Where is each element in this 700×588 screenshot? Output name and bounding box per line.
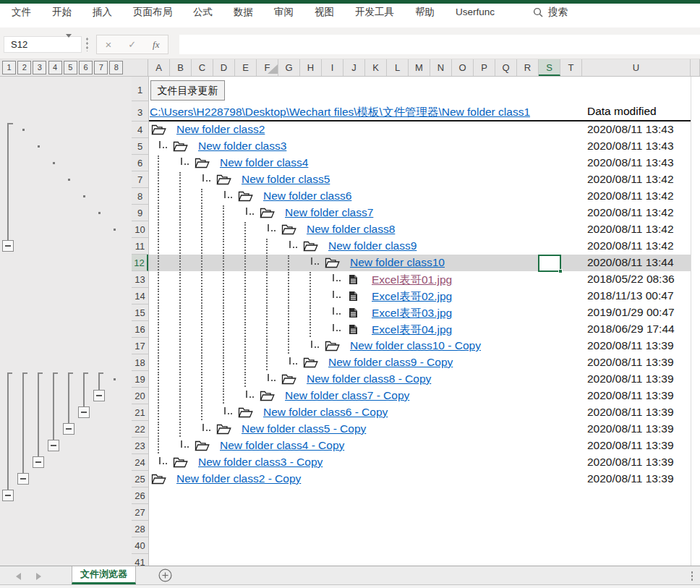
outline-level-button-1[interactable]: 1 [2, 61, 16, 74]
file-link-15[interactable]: Excel表哥03.jpg [372, 306, 452, 321]
folder-link-24[interactable]: New folder class3 - Copy [198, 456, 323, 469]
column-header-I[interactable]: I [322, 59, 343, 76]
ribbon-tab-10[interactable]: 帮助 [415, 6, 435, 19]
search-box[interactable]: 搜索 [533, 6, 568, 19]
ribbon-tab-2[interactable]: 开始 [52, 6, 72, 19]
row-header-13[interactable]: 13 [132, 271, 148, 288]
collapse-group-button[interactable] [48, 440, 59, 451]
row-header-9[interactable]: 9 [132, 205, 148, 221]
folder-link-17[interactable]: New folder class10 - Copy [350, 339, 481, 352]
folder-link-6[interactable]: New folder class4 [220, 156, 308, 169]
column-header-S[interactable]: S [539, 59, 560, 76]
column-header-K[interactable]: K [365, 59, 387, 76]
new-sheet-icon[interactable] [158, 568, 172, 582]
collapse-group-button[interactable] [33, 456, 44, 468]
column-header-J[interactable]: J [343, 59, 365, 76]
collapse-group-button[interactable] [93, 390, 105, 401]
row-header-14[interactable]: 14 [132, 288, 148, 304]
folder-link-8[interactable]: New folder class6 [263, 189, 351, 203]
folder-link-9[interactable]: New folder class7 [285, 206, 373, 219]
folder-link-5[interactable]: New folder class3 [198, 140, 286, 153]
row-header-23[interactable]: 23 [132, 438, 148, 454]
select-all-corner[interactable] [132, 59, 148, 76]
folder-link-10[interactable]: New folder class8 [307, 223, 395, 236]
row-header-8[interactable]: 8 [132, 188, 148, 205]
column-header-F[interactable]: F [257, 59, 278, 76]
row-header-5[interactable]: 5 [132, 138, 148, 155]
ribbon-tab-7[interactable]: 审阅 [274, 6, 294, 19]
file-link-14[interactable]: Excel表哥02.jpg [372, 289, 452, 304]
row-header-6[interactable]: 6 [132, 155, 148, 171]
collapse-group-button[interactable] [63, 423, 74, 435]
row-header-19[interactable]: 19 [132, 371, 148, 388]
column-header-R[interactable]: R [517, 59, 539, 76]
row-header-18[interactable]: 18 [132, 354, 148, 371]
column-header-A[interactable]: A [148, 59, 170, 76]
next-sheet-icon[interactable] [36, 573, 41, 580]
column-header-P[interactable]: P [474, 59, 495, 76]
column-header-C[interactable]: C [192, 59, 213, 76]
row-header-22[interactable]: 22 [132, 421, 148, 438]
row-header-20[interactable]: 20 [132, 388, 148, 404]
enter-icon[interactable]: ✓ [128, 39, 136, 50]
row-header-40[interactable]: 40 [132, 537, 148, 554]
row-header-21[interactable]: 21 [132, 404, 148, 421]
folder-link-20[interactable]: New folder class7 - Copy [285, 389, 409, 402]
column-header-M[interactable]: M [409, 59, 430, 76]
column-header-U[interactable]: U [582, 59, 691, 76]
ribbon-tab-6[interactable]: 数据 [234, 6, 253, 19]
collapse-group-button[interactable] [78, 406, 90, 418]
prev-sheet-icon[interactable] [16, 573, 21, 580]
column-header-T[interactable]: T [560, 59, 582, 76]
folder-link-18[interactable]: New folder class9 - Copy [328, 356, 453, 369]
folder-link-22[interactable]: New folder class5 - Copy [242, 422, 366, 435]
ribbon-tab-1[interactable]: 文件 [12, 6, 31, 19]
collapse-group-button[interactable] [2, 240, 14, 252]
formula-bar-splitter[interactable] [86, 37, 88, 51]
column-header-O[interactable]: O [452, 59, 474, 76]
cancel-icon[interactable]: × [105, 38, 111, 51]
row-header-28[interactable]: 28 [132, 521, 148, 537]
folder-link-23[interactable]: New folder class4 - Copy [220, 439, 344, 452]
outline-level-button-3[interactable]: 3 [33, 61, 46, 74]
folder-link-4[interactable]: New folder class2 [176, 123, 265, 136]
root-path-link[interactable]: C:\Users\H228798\Desktop\Wechart files\模… [150, 105, 530, 120]
ribbon-tab-8[interactable]: 视图 [315, 6, 334, 19]
column-header-N[interactable]: N [430, 59, 452, 76]
row-header-24[interactable]: 24 [132, 454, 148, 471]
name-box-dropdown-icon[interactable] [66, 34, 72, 38]
row-header-7[interactable]: 7 [132, 171, 148, 188]
formula-input[interactable] [179, 35, 700, 54]
ribbon-tab-5[interactable]: 公式 [193, 6, 213, 19]
outline-level-button-5[interactable]: 5 [64, 61, 77, 74]
row-header-15[interactable]: 15 [132, 304, 148, 321]
row-header-26[interactable]: 26 [132, 487, 148, 504]
ribbon-tab-3[interactable]: 插入 [93, 6, 112, 19]
sheet-tab-active[interactable]: 文件浏览器 [72, 566, 136, 584]
folder-link-21[interactable]: New folder class6 - Copy [263, 406, 388, 419]
row-header-17[interactable]: 17 [132, 338, 148, 354]
collapse-group-button[interactable] [2, 490, 14, 501]
ribbon-tab-11[interactable]: Userfunc [456, 7, 495, 17]
outline-level-button-4[interactable]: 4 [48, 61, 62, 74]
selected-cell-outline[interactable] [538, 255, 561, 272]
row-header-11[interactable]: 11 [132, 238, 148, 255]
insert-function-icon[interactable]: fx [153, 39, 159, 51]
column-header-H[interactable]: H [300, 59, 322, 76]
folder-link-7[interactable]: New folder class5 [242, 173, 330, 186]
tabbar-gripper[interactable] [691, 571, 693, 581]
outline-level-button-2[interactable]: 2 [17, 61, 31, 74]
name-box[interactable]: S12 [4, 36, 82, 53]
column-header-B[interactable]: B [170, 59, 192, 76]
row-header-1[interactable]: 1 [132, 80, 148, 101]
row-header-27[interactable]: 27 [132, 504, 148, 521]
row-header-3[interactable]: 3 [132, 103, 148, 122]
row-header-4[interactable]: 4 [132, 122, 148, 138]
column-header-G[interactable]: G [278, 59, 300, 76]
column-header-L[interactable]: L [387, 59, 409, 76]
folder-link-11[interactable]: New folder class9 [328, 239, 417, 252]
outline-level-button-7[interactable]: 7 [94, 61, 108, 74]
folder-link-19[interactable]: New folder class8 - Copy [307, 372, 431, 385]
folder-link-12[interactable]: New folder class10 [350, 256, 445, 269]
file-link-13[interactable]: Excel表哥01.jpg [372, 273, 452, 288]
